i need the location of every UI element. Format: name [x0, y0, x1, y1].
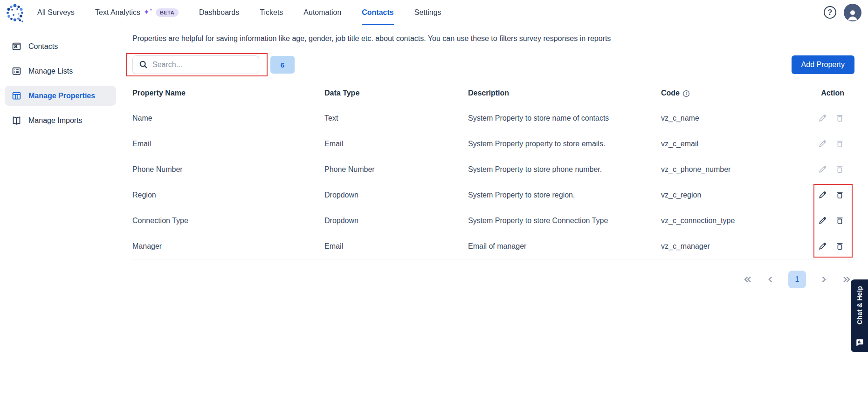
cell-data-type: Dropdown: [324, 217, 468, 225]
cell-data-type: Dropdown: [324, 191, 468, 199]
chevron-left-icon: [765, 274, 776, 285]
cell-actions: [809, 190, 854, 199]
search-input[interactable]: [132, 55, 259, 74]
sidebar-item-label: Manage Lists: [28, 67, 73, 75]
edit-button[interactable]: [818, 190, 827, 199]
cell-actions: [809, 242, 854, 251]
nav-item-text-analytics[interactable]: Text Analytics ✦✦ BETA: [95, 0, 179, 25]
pencil-icon: [818, 190, 827, 199]
delete-button[interactable]: [835, 190, 844, 199]
nav-item-all-surveys[interactable]: All Surveys: [37, 0, 75, 25]
nav-item-tickets[interactable]: Tickets: [260, 0, 283, 25]
nav-item-dashboards[interactable]: Dashboards: [199, 0, 239, 25]
user-avatar[interactable]: [844, 4, 861, 21]
double-chevron-left-icon: [743, 274, 753, 285]
trash-icon: [835, 242, 844, 251]
app-logo[interactable]: [5, 2, 25, 23]
cell-data-type: Text: [324, 114, 468, 122]
table-row: Manager Email Email of manager vz_c_mana…: [132, 233, 854, 259]
trash-icon: [835, 190, 844, 199]
nav-label: Contacts: [362, 8, 393, 17]
pencil-icon: [818, 114, 827, 122]
sidebar-item-label: Manage Properties: [28, 92, 95, 100]
sidebar-item-manage-properties[interactable]: Manage Properties: [5, 86, 116, 106]
table-row: Connection Type Dropdown System Property…: [132, 208, 854, 233]
sidebar-item-contacts[interactable]: Contacts: [5, 36, 116, 56]
pencil-icon: [818, 242, 827, 251]
add-property-button[interactable]: Add Property: [792, 55, 854, 74]
edit-button: [818, 139, 827, 148]
navbar-right: ?: [824, 4, 868, 21]
edit-button[interactable]: [818, 216, 827, 225]
next-page-button[interactable]: [819, 274, 829, 285]
help-icon[interactable]: ?: [824, 6, 836, 19]
trash-icon: [835, 165, 844, 174]
info-icon[interactable]: [682, 90, 690, 97]
cell-data-type: Email: [324, 140, 468, 148]
cell-property-name: Connection Type: [132, 217, 324, 225]
chat-help-label: Chat & Help: [856, 286, 863, 325]
search-icon: [138, 60, 148, 69]
edit-button[interactable]: [818, 242, 827, 251]
cell-actions: [809, 216, 854, 225]
delete-button[interactable]: [835, 242, 844, 251]
contact-card-icon: [12, 41, 21, 51]
header-action: Action: [809, 89, 854, 97]
cell-code: vz_c_phone_number: [661, 165, 809, 174]
trash-icon: [835, 216, 844, 225]
results-count-badge: 6: [270, 56, 295, 74]
properties-table: Property Name Data Type Description Code…: [132, 85, 854, 259]
header-property-name: Property Name: [132, 89, 324, 97]
first-page-button[interactable]: [743, 274, 753, 285]
pagination: 1: [132, 271, 854, 288]
header-code: Code: [661, 89, 809, 97]
nav-label: Automation: [303, 8, 341, 17]
cell-property-name: Manager: [132, 242, 324, 251]
page-description: Properties are helpful for saving inform…: [132, 34, 854, 43]
trash-icon: [835, 114, 844, 122]
cell-description: System Property property to store emails…: [468, 140, 661, 148]
edit-button: [818, 165, 827, 174]
cell-actions: [809, 114, 854, 122]
delete-button: [835, 139, 844, 148]
last-page-button[interactable]: [841, 274, 852, 285]
cell-description: System Property to store name of contact…: [468, 114, 661, 122]
table-row: Region Dropdown System Property to store…: [132, 182, 854, 208]
header-description: Description: [468, 89, 661, 97]
pencil-icon: [818, 139, 827, 148]
prev-page-button[interactable]: [765, 274, 776, 285]
nav-item-settings[interactable]: Settings: [414, 0, 441, 25]
pencil-icon: [818, 165, 827, 174]
beta-badge: BETA: [156, 8, 179, 17]
nav-label: Dashboards: [199, 8, 239, 17]
cell-description: System Property to store region.: [468, 191, 661, 199]
sidebar-item-manage-lists[interactable]: Manage Lists: [5, 61, 116, 81]
nav-item-contacts[interactable]: Contacts: [362, 0, 393, 25]
chat-bubble-icon: [855, 338, 864, 347]
sidebar-item-manage-imports[interactable]: Manage Imports: [5, 110, 116, 130]
chat-help-tab[interactable]: Chat & Help: [851, 279, 868, 352]
search-wrap: [132, 55, 259, 74]
chevron-right-icon: [819, 274, 829, 285]
delete-button: [835, 165, 844, 174]
table-columns-icon: [12, 91, 21, 101]
nav-item-automation[interactable]: Automation: [303, 0, 341, 25]
sparkle-icon: ✦✦: [144, 8, 152, 15]
table-row: Name Text System Property to store name …: [132, 105, 854, 131]
pencil-icon: [818, 216, 827, 225]
cell-description: System Property to store Connection Type: [468, 217, 661, 225]
edit-button: [818, 114, 827, 122]
table-row: Email Email System Property property to …: [132, 131, 854, 156]
cell-description: Email of manager: [468, 242, 661, 251]
current-page[interactable]: 1: [788, 271, 806, 288]
cell-description: System Property to store phone number.: [468, 165, 661, 174]
table-body: Name Text System Property to store name …: [132, 105, 854, 259]
list-icon: [12, 66, 21, 76]
header-data-type: Data Type: [324, 89, 468, 97]
nav-label: Tickets: [260, 8, 283, 17]
sidebar-item-label: Manage Imports: [28, 116, 83, 125]
delete-button[interactable]: [835, 216, 844, 225]
main-content: Properties are helpful for saving inform…: [121, 25, 868, 408]
cell-code: vz_c_connection_type: [661, 217, 809, 225]
cell-code: vz_c_manager: [661, 242, 809, 251]
